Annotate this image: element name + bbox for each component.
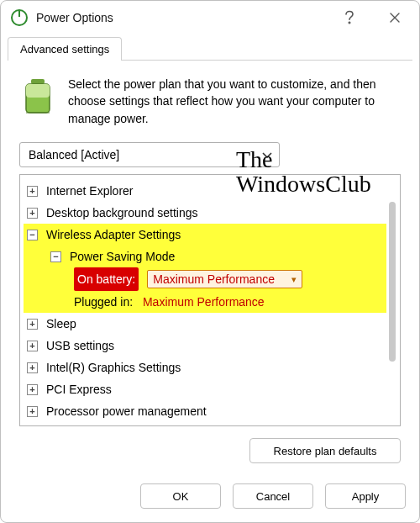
battery-icon (19, 76, 56, 127)
svg-rect-5 (26, 84, 50, 98)
tree-item-internet-explorer[interactable]: Internet Explorer (24, 180, 386, 202)
tab-advanced-settings[interactable]: Advanced settings (8, 37, 122, 61)
plugged-in-value: Maximum Performance (143, 291, 265, 313)
close-button[interactable] (375, 1, 414, 34)
dialog-footer: OK Cancel Apply (1, 477, 419, 522)
tree-item-on-battery[interactable]: On battery: Maximum Performance ▾ (24, 267, 366, 291)
chevron-down-icon: ▾ (291, 268, 297, 290)
collapse-icon[interactable] (27, 230, 38, 240)
svg-point-2 (349, 22, 350, 24)
scrollbar[interactable] (386, 177, 398, 424)
tree-item-power-saving-mode[interactable]: Power Saving Mode (24, 246, 376, 267)
expand-icon[interactable] (27, 186, 38, 197)
power-options-icon (9, 8, 29, 28)
titlebar: Power Options (1, 1, 419, 34)
ok-button[interactable]: OK (140, 483, 221, 509)
expand-icon[interactable] (27, 384, 38, 395)
help-button[interactable] (330, 1, 369, 34)
expand-icon[interactable] (27, 208, 38, 219)
on-battery-label: On battery: (74, 267, 139, 291)
restore-plan-defaults-button[interactable]: Restore plan defaults (249, 438, 401, 463)
intro-block: Select the power plan that you want to c… (19, 76, 401, 127)
tree-item-sleep[interactable]: Sleep (24, 313, 386, 335)
apply-button[interactable]: Apply (325, 483, 406, 509)
tree-item-desktop-background[interactable]: Desktop background settings (24, 202, 386, 224)
expand-icon[interactable] (27, 406, 38, 417)
svg-rect-1 (18, 10, 20, 17)
window-title: Power Options (36, 11, 323, 24)
cancel-button[interactable]: Cancel (233, 483, 313, 509)
tree-item-wireless-adapter[interactable]: Wireless Adapter Settings (24, 224, 386, 246)
chevron-down-icon (262, 148, 272, 161)
tree-item-usb-settings[interactable]: USB settings (24, 335, 386, 357)
plugged-in-label: Plugged in: (74, 291, 133, 313)
tree-item-intel-graphics[interactable]: Intel(R) Graphics Settings (24, 357, 386, 378)
svg-rect-3 (31, 79, 45, 84)
intro-text: Select the power plan that you want to c… (68, 76, 401, 127)
collapse-icon[interactable] (50, 251, 61, 262)
tree-item-plugged-in[interactable]: Plugged in: Maximum Performance (24, 291, 366, 313)
tab-strip: Advanced settings (1, 34, 419, 60)
tree-item-pci-express[interactable]: PCI Express (24, 378, 386, 400)
tree-item-display[interactable]: Display (24, 422, 386, 426)
expand-icon[interactable] (27, 362, 38, 373)
settings-tree: Internet Explorer Desktop background set… (19, 174, 401, 426)
power-plan-selected: Balanced [Active] (29, 148, 119, 161)
on-battery-value-select[interactable]: Maximum Performance ▾ (147, 270, 302, 288)
expand-icon[interactable] (27, 341, 38, 351)
scrollbar-thumb[interactable] (389, 202, 396, 362)
expand-icon[interactable] (27, 319, 38, 330)
tree-item-processor-power[interactable]: Processor power management (24, 400, 386, 422)
content-area: Select the power plan that you want to c… (1, 61, 419, 477)
power-options-dialog: Power Options Advanced settings (0, 0, 420, 523)
power-plan-select[interactable]: Balanced [Active] (19, 142, 280, 167)
